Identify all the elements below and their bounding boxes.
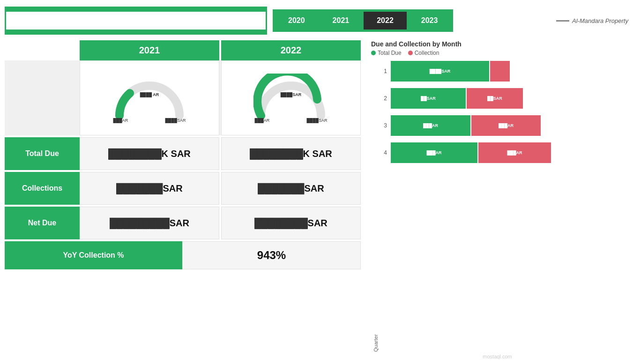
gauge-2022-left: ███AR bbox=[255, 118, 270, 123]
gauge-cell-2021: ████ AR ███AR ████SAR bbox=[80, 60, 219, 135]
filter-inner-white bbox=[8, 10, 264, 31]
coll-2022-redacted: ███████ bbox=[258, 183, 304, 194]
y-axis-label: Quarter bbox=[371, 61, 379, 352]
bar-q4-group: ███AR ███AR bbox=[391, 142, 551, 163]
bar-row-q4: 4 ███AR ███AR bbox=[380, 142, 624, 163]
bar-q2-green: ██SAR bbox=[391, 88, 466, 109]
bseg2 bbox=[39, 30, 71, 33]
filter-bar-left[interactable] bbox=[5, 7, 267, 35]
right-section: Due and Collection by Month Total Due Co… bbox=[366, 40, 628, 359]
gauge-label-empty bbox=[5, 60, 80, 135]
filter-bottom-strip bbox=[6, 30, 266, 33]
seg3 bbox=[71, 8, 103, 12]
bseg6 bbox=[169, 30, 201, 33]
left-section: 2021 2022 ████ AR bbox=[5, 40, 361, 359]
bar-q3-red: ███AR bbox=[471, 115, 541, 136]
q2-label: 2 bbox=[380, 95, 387, 102]
bar-q2-red-label: ██SAR bbox=[484, 96, 505, 101]
coll-2021-sar: SAR bbox=[163, 183, 182, 194]
bar-q3-group: ███AR ███AR bbox=[391, 115, 541, 136]
bar-row-q2: 2 ██SAR ██SAR bbox=[380, 88, 624, 109]
year-headers: 2021 2022 bbox=[80, 40, 361, 60]
chart-area: Quarter 1 ████SAR bbox=[371, 61, 624, 352]
total-due-2022-redacted: ████████ bbox=[250, 149, 303, 159]
bar-q3-red-label: ███AR bbox=[496, 123, 516, 128]
bseg8 bbox=[234, 30, 266, 33]
collections-label: Collections bbox=[5, 172, 80, 205]
gauge-2022-bottom: ███AR ████SAR bbox=[255, 118, 328, 123]
net-due-val-2022: ████████ SAR bbox=[221, 207, 361, 239]
gauge-2021-wrapper: ████ AR ███AR ████SAR bbox=[112, 74, 187, 123]
chart-legend: Total Due Collection bbox=[371, 50, 624, 56]
year-btn-2020[interactable]: 2020 bbox=[275, 12, 318, 30]
bar-q1-group: ████SAR bbox=[391, 61, 510, 82]
year-btn-2022[interactable]: 2022 bbox=[364, 12, 407, 30]
legend-text: Al-Mandara Property bbox=[572, 17, 628, 24]
gauge-cell-2022: ████SAR ███AR ████SAR bbox=[221, 60, 361, 135]
bar-q2-group: ██SAR ██SAR bbox=[391, 88, 523, 109]
total-due-label: Total Due bbox=[5, 137, 80, 170]
gauge-2022-wrapper: ████SAR ███AR ████SAR bbox=[253, 74, 328, 123]
yoy-value: 943% bbox=[182, 241, 361, 269]
bar-q4-green: ███AR bbox=[391, 142, 477, 163]
total-due-2021-redacted: ████████ bbox=[108, 149, 161, 159]
seg6 bbox=[169, 8, 201, 12]
bseg4 bbox=[104, 30, 136, 33]
filter-top-strip bbox=[6, 8, 266, 12]
total-due-val-2022: ████████ K SAR bbox=[221, 137, 361, 170]
chart-title: Due and Collection by Month bbox=[371, 40, 624, 48]
coll-2022-sar: SAR bbox=[304, 183, 324, 194]
total-due-2022-sar: K SAR bbox=[303, 149, 332, 159]
bar-q1-green-label: ████SAR bbox=[427, 69, 454, 74]
seg7 bbox=[201, 8, 233, 12]
bar-q3-green-label: ███AR bbox=[420, 123, 441, 128]
q1-label: 1 bbox=[380, 68, 387, 74]
bar-q1-red bbox=[490, 61, 510, 82]
bar-q2-green-label: ██SAR bbox=[418, 96, 439, 101]
legend-total-due-label: Total Due bbox=[378, 50, 402, 56]
gauge-2021-bottom: ███AR ████SAR bbox=[113, 118, 186, 123]
content-area: 2021 2022 ████ AR bbox=[5, 40, 628, 359]
gauge-2021-left: ███AR bbox=[113, 118, 128, 123]
total-due-2021-sar: K SAR bbox=[162, 149, 191, 159]
year-btn-2023[interactable]: 2023 bbox=[408, 12, 451, 30]
legend-total-due: Total Due bbox=[371, 50, 402, 56]
total-due-val-2021: ████████ K SAR bbox=[80, 137, 219, 170]
bar-q3-green: ███AR bbox=[391, 115, 470, 136]
net-due-2021-redacted: █████████ bbox=[110, 218, 170, 229]
bar-q2-red: ██SAR bbox=[467, 88, 523, 109]
year-header-2021: 2021 bbox=[80, 40, 219, 60]
year-header-2022: 2022 bbox=[221, 40, 361, 60]
bars-container: 1 ████SAR 2 bbox=[380, 61, 624, 352]
net-due-val-2021: █████████ SAR bbox=[80, 207, 219, 239]
yoy-row: YoY Collection % 943% bbox=[5, 241, 361, 269]
main-container: 1 2020 2021 2022 2023 Al-Mandara Propert… bbox=[0, 0, 633, 364]
year-btn-2021[interactable]: 2021 bbox=[320, 12, 363, 30]
bar-row-q1: 1 ████SAR bbox=[380, 61, 624, 82]
gauge-2022-right: ████SAR bbox=[306, 118, 327, 123]
net-due-2021-sar: SAR bbox=[170, 218, 189, 229]
seg2 bbox=[39, 8, 71, 12]
gauge-2022-center: ████SAR bbox=[281, 92, 302, 97]
gauge-2021-right: ████SAR bbox=[165, 118, 186, 123]
seg4 bbox=[104, 8, 136, 12]
net-due-row: Net Due █████████ SAR ████████ SAR bbox=[5, 207, 361, 239]
legend-line-icon bbox=[556, 20, 569, 22]
watermark: mostaql.com bbox=[371, 354, 624, 359]
collections-val-2022: ███████ SAR bbox=[221, 172, 361, 205]
bar-q4-red-label: ███AR bbox=[504, 150, 525, 155]
coll-2021-redacted: ███████ bbox=[116, 183, 163, 194]
bseg7 bbox=[201, 30, 233, 33]
net-due-2022-sar: SAR bbox=[308, 218, 328, 229]
bar-q4-red: ███AR bbox=[478, 142, 551, 163]
seg5 bbox=[136, 8, 168, 12]
legend-collection-dot bbox=[408, 51, 413, 55]
seg8 bbox=[234, 8, 266, 12]
bseg1 bbox=[6, 30, 38, 33]
bar-q4-green-label: ███AR bbox=[424, 150, 444, 155]
q3-label: 3 bbox=[380, 122, 387, 129]
bseg5 bbox=[136, 30, 168, 33]
collections-row: Collections ███████ SAR ███████ SAR bbox=[5, 172, 361, 205]
q4-label: 4 bbox=[380, 149, 387, 156]
legend-total-due-dot bbox=[371, 51, 376, 55]
